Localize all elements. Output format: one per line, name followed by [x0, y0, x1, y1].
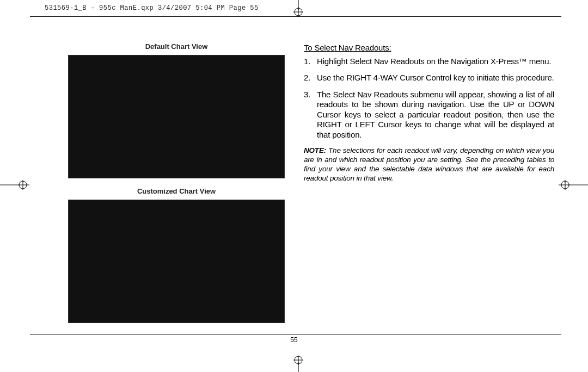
rule-bottom [30, 334, 561, 334]
step-item: 1.Highlight Select Nav Readouts on the N… [304, 57, 554, 66]
crop-mark-top [291, 0, 305, 16]
step-text: Highlight Select Nav Readouts on the Nav… [317, 57, 554, 66]
image-default-chart [68, 55, 285, 178]
step-item: 2.Use the RIGHT 4-WAY Cursor Control key… [304, 73, 554, 83]
image-customized-chart [68, 200, 285, 323]
note-body: The selections for each readout will var… [304, 146, 554, 182]
step-text: Use the RIGHT 4-WAY Cursor Control key t… [317, 73, 554, 83]
step-text: The Select Nav Readouts submenu will app… [317, 90, 554, 140]
crop-mark-bottom [291, 356, 305, 372]
header-slug: 531569-1_B - 955c ManE.qxp 3/4/2007 5:04… [45, 4, 259, 12]
right-column: To Select Nav Readouts: 1.Highlight Sele… [304, 43, 554, 183]
caption-customized-chart: Customized Chart View [68, 187, 285, 195]
crop-mark-right [559, 178, 588, 192]
caption-default-chart: Default Chart View [68, 42, 285, 51]
left-column: Default Chart View Customized Chart View [68, 42, 285, 332]
step-number: 1. [304, 57, 317, 66]
step-number: 3. [304, 90, 317, 140]
step-item: 3.The Select Nav Readouts submenu will a… [304, 90, 554, 140]
step-number: 2. [304, 73, 317, 83]
steps-list: 1.Highlight Select Nav Readouts on the N… [304, 57, 554, 140]
crop-mark-left [0, 178, 29, 192]
note-label: NOTE: [304, 146, 326, 154]
section-title: To Select Nav Readouts: [304, 43, 554, 52]
rule-top [30, 16, 561, 17]
note-block: NOTE: The selections for each readout wi… [304, 146, 554, 183]
page-number: 55 [0, 336, 588, 344]
